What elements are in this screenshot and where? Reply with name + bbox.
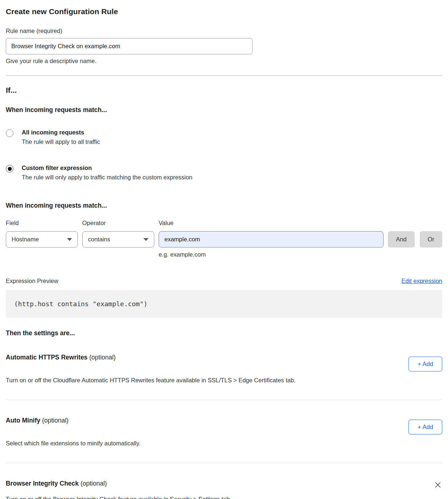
match-heading: When incoming requests match...	[6, 106, 442, 114]
add-automatic-https-rewrites-button[interactable]: + Add	[409, 357, 442, 371]
setting-title-text: Auto Minify	[6, 417, 40, 424]
radio-option-description: The rule will only apply to traffic matc…	[22, 174, 192, 181]
close-icon	[434, 481, 441, 488]
then-heading: Then the settings are...	[6, 329, 442, 337]
operator-select[interactable]: contains	[82, 231, 154, 248]
setting-browser-integrity-check: Browser Integrity Check (optional) Turn …	[6, 480, 442, 499]
field-column: Field Hostname	[6, 220, 78, 258]
setting-header: Browser Integrity Check (optional)	[6, 480, 442, 490]
setting-automatic-https-rewrites: Automatic HTTPS Rewrites (optional) + Ad…	[6, 354, 442, 384]
connector-buttons: And Or	[388, 220, 442, 258]
add-auto-minify-button[interactable]: + Add	[409, 420, 442, 434]
rule-name-input[interactable]	[6, 38, 252, 54]
setting-optional-text: (optional)	[89, 354, 116, 361]
field-select[interactable]: Hostname	[6, 231, 78, 248]
radio-option-description: The rule will apply to all traffic	[22, 138, 100, 145]
operator-label: Operator	[82, 220, 154, 226]
value-label: Value	[159, 220, 384, 226]
dropdown-arrow-icon	[143, 238, 148, 241]
radio-option-text: Custom filter expression The rule will o…	[22, 165, 192, 181]
edit-expression-link[interactable]: Edit expression	[401, 278, 442, 284]
value-input[interactable]	[159, 231, 384, 248]
section-divider	[6, 75, 442, 76]
expression-preview-header: Expression Preview Edit expression	[6, 278, 442, 284]
setting-header: Automatic HTTPS Rewrites (optional) + Ad…	[6, 354, 442, 371]
or-button[interactable]: Or	[420, 231, 442, 248]
setting-description: Turn on or off the Cloudflare Automatic …	[6, 377, 361, 384]
field-label: Field	[6, 220, 78, 226]
radio-option-label: Custom filter expression	[22, 165, 192, 171]
setting-optional-text: (optional)	[42, 417, 68, 424]
field-select-value: Hostname	[12, 236, 39, 243]
radio-option-text: All incoming requests The rule will appl…	[22, 129, 100, 145]
operator-column: Operator contains	[82, 220, 154, 258]
section-divider	[6, 463, 442, 463]
setting-title: Browser Integrity Check (optional)	[6, 480, 107, 487]
setting-title: Auto Minify (optional)	[6, 417, 68, 424]
create-configuration-rule-form: Create new Configuration Rule Rule name …	[0, 0, 448, 499]
and-button[interactable]: And	[388, 231, 414, 248]
dropdown-arrow-icon	[67, 238, 72, 241]
setting-description: Turn on or off the Browser Integrity Che…	[6, 496, 361, 499]
request-match-radio-group: All incoming requests The rule will appl…	[6, 129, 442, 181]
setting-title-text: Browser Integrity Check	[6, 480, 79, 487]
section-divider	[6, 400, 442, 400]
radio-option-custom-filter-expression[interactable]: Custom filter expression The rule will o…	[6, 165, 442, 181]
value-helper: e.g. example.com	[159, 251, 384, 258]
value-column: Value e.g. example.com	[159, 220, 384, 258]
setting-description: Select which file extensions to minify a…	[6, 440, 361, 447]
operator-select-value: contains	[88, 236, 110, 243]
rule-name-label: Rule name (required)	[6, 28, 442, 34]
filter-heading: When incoming requests match...	[6, 202, 442, 209]
setting-title-text: Automatic HTTPS Rewrites	[6, 354, 88, 361]
if-heading: If...	[6, 86, 442, 95]
radio-option-all-incoming-requests[interactable]: All incoming requests The rule will appl…	[6, 129, 442, 145]
expression-preview-label: Expression Preview	[6, 278, 58, 284]
filter-expression-builder-row: Field Hostname Operator contains Value e…	[6, 220, 442, 258]
page-title: Create new Configuration Rule	[6, 7, 442, 16]
radio-option-label: All incoming requests	[22, 129, 100, 136]
radio-unselected-icon[interactable]	[6, 129, 13, 137]
rule-name-helper: Give your rule a descriptive name.	[6, 58, 442, 65]
setting-optional-text: (optional)	[80, 480, 107, 487]
remove-browser-integrity-check-button[interactable]	[434, 481, 442, 490]
setting-auto-minify: Auto Minify (optional) + Add Select whic…	[6, 417, 442, 447]
setting-title: Automatic HTTPS Rewrites (optional)	[6, 354, 116, 361]
radio-selected-icon[interactable]	[6, 165, 13, 172]
setting-header: Auto Minify (optional) + Add	[6, 417, 442, 434]
expression-preview-code: (http.host contains "example.com")	[6, 290, 442, 318]
